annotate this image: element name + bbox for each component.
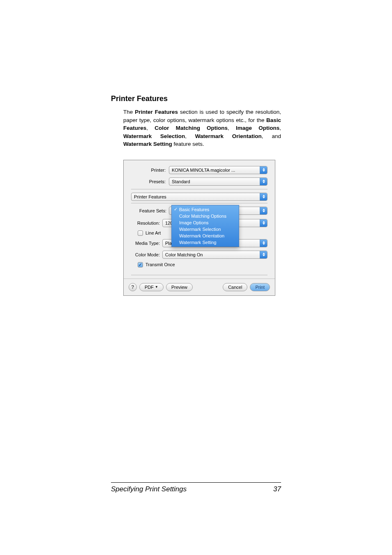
page-footer: Specifying Print Settings 37 [111, 482, 281, 493]
dropdown-item-basic-features[interactable]: ✓ Basic Features [172, 206, 239, 213]
page-content: Printer Features The Printer Features se… [0, 0, 392, 296]
dropdown-item-label: Image Options [179, 220, 209, 225]
mediatype-label: Media Type: [134, 241, 162, 246]
dropdown-item-watermark-orientation[interactable]: Watermark Orientation [172, 233, 239, 239]
transmit-checkbox[interactable]: ✓ [138, 262, 143, 267]
chevron-down-icon: ▼ [155, 285, 158, 289]
dropdown-item-watermark-setting[interactable]: Watermark Setting [172, 239, 239, 246]
printer-select[interactable]: KONICA MINOLTA magicolor ... [169, 166, 267, 174]
printer-row: Printer: KONICA MINOLTA magicolor ... [131, 166, 267, 174]
lineart-label: Line Art [145, 230, 161, 235]
text-part: , [228, 125, 236, 131]
footer-title: Specifying Print Settings [111, 485, 187, 493]
transmit-label: Transmit Once [145, 262, 175, 267]
pane-select[interactable]: Printer Features [131, 193, 267, 201]
dropdown-item-watermark-selection[interactable]: Watermark Selection [172, 226, 239, 233]
help-button[interactable]: ? [129, 283, 137, 291]
colormode-row: Color Mode: Color Matching On [134, 251, 267, 259]
text-bold: Watermark Orientation [195, 133, 262, 139]
dropdown-item-label: Color Matching Options [179, 214, 226, 219]
divider [131, 203, 267, 203]
dialog-inner: Printer: KONICA MINOLTA magicolor ... Pr… [124, 160, 275, 275]
resolution-label: Resolution: [134, 221, 162, 226]
presets-row: Presets: Standard [131, 177, 267, 186]
dropdown-item-label: Watermark Setting [179, 240, 217, 245]
lineart-checkbox[interactable] [138, 230, 143, 236]
cancel-button[interactable]: Cancel [223, 283, 247, 291]
section-title: Printer Features [111, 94, 281, 103]
stepper-icon [260, 193, 267, 200]
stepper-icon [260, 178, 267, 185]
print-button[interactable]: Print [250, 283, 270, 291]
presets-label: Presets: [131, 179, 169, 184]
stepper-icon [260, 251, 267, 258]
colormode-select-text: Color Matching On [163, 252, 260, 257]
stepper-icon [260, 166, 267, 174]
print-dialog: Printer: KONICA MINOLTA magicolor ... Pr… [123, 160, 275, 296]
dropdown-item-label: Watermark Orientation [179, 233, 224, 238]
presets-select[interactable]: Standard [169, 177, 267, 186]
text-part: feature sets. [172, 141, 204, 147]
pane-select-row: Printer Features [131, 193, 267, 201]
check-icon: ✓ [138, 263, 142, 267]
feature-sets-label: Feature Sets: [131, 208, 169, 213]
preview-button[interactable]: Preview [166, 283, 193, 291]
button-bar: ? PDF ▼ Preview Cancel Print [124, 279, 275, 295]
pane-select-text: Printer Features [131, 194, 260, 199]
transmit-row: ✓ Transmit Once [134, 262, 267, 267]
stepper-icon [260, 207, 267, 214]
check-icon: ✓ [174, 207, 178, 212]
text-bold: Image Options [236, 125, 279, 131]
presets-select-text: Standard [169, 179, 260, 184]
stepper-icon [260, 219, 267, 227]
dropdown-item-image-options[interactable]: Image Options [172, 219, 239, 226]
divider [131, 275, 267, 275]
colormode-select[interactable]: Color Matching On [162, 251, 267, 259]
text-bold: Color Matching Options [154, 125, 228, 131]
text-bold: Watermark Selection [123, 133, 185, 139]
text-part: , [185, 133, 195, 139]
section-paragraph: The Printer Features section is used to … [123, 108, 281, 148]
feature-sets-dropdown-menu: ✓ Basic Features Color Matching Options … [171, 205, 239, 247]
text-part: , [146, 125, 154, 131]
divider [131, 189, 267, 189]
printer-select-text: KONICA MINOLTA magicolor ... [169, 168, 260, 173]
text-part: , and [262, 133, 281, 139]
dropdown-item-label: Watermark Selection [179, 227, 221, 232]
feature-area: Feature Sets: Basic Features ✓ Basic Fea… [131, 207, 267, 267]
text-bold: Printer Features [135, 109, 178, 115]
colormode-label: Color Mode: [134, 252, 162, 257]
text-part: The [123, 109, 135, 115]
pdf-button-label: PDF [145, 285, 154, 290]
pdf-button[interactable]: PDF ▼ [139, 283, 164, 291]
text-bold: Watermark Setting [123, 141, 172, 147]
dropdown-item-label: Basic Features [179, 207, 209, 212]
stepper-icon [260, 240, 267, 247]
dropdown-item-color-matching[interactable]: Color Matching Options [172, 213, 239, 219]
printer-label: Printer: [131, 168, 169, 173]
footer-page-number: 37 [273, 485, 281, 493]
text-part: , [279, 125, 281, 131]
